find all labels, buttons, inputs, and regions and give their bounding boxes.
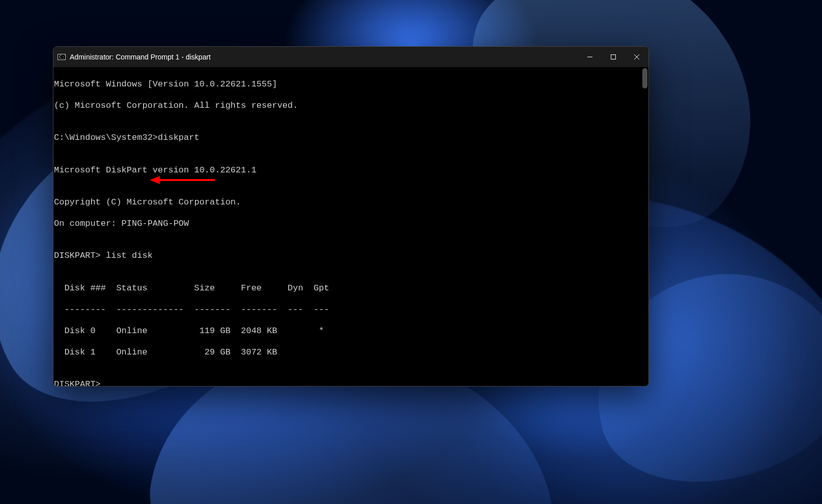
window-title: Administrator: Command Prompt 1 - diskpa… <box>70 53 211 61</box>
close-button[interactable] <box>625 47 648 67</box>
terminal-output[interactable]: Microsoft Windows [Version 10.0.22621.15… <box>53 67 648 386</box>
svg-text:C:\: C:\ <box>59 54 66 60</box>
terminal-line: DISKPART> list disk <box>54 250 648 261</box>
maximize-button[interactable] <box>602 47 625 67</box>
cmd-icon: C:\ <box>58 53 66 61</box>
minimize-button[interactable] <box>578 47 602 67</box>
terminal-line: C:\Windows\System32>diskpart <box>54 132 648 143</box>
terminal-line: Microsoft Windows [Version 10.0.22621.15… <box>54 79 648 90</box>
scrollbar-thumb[interactable] <box>642 68 647 88</box>
terminal-line: -------- ------------- ------- ------- -… <box>54 304 648 315</box>
terminal-line: Copyright (C) Microsoft Corporation. <box>54 197 648 207</box>
command-prompt-window: C:\ Administrator: Command Prompt 1 - di… <box>53 46 649 387</box>
terminal-line: On computer: PING-PANG-POW <box>54 218 648 229</box>
terminal-line: Microsoft DiskPart version 10.0.22621.1 <box>54 165 648 175</box>
terminal-line: Disk ### Status Size Free Dyn Gpt <box>54 283 648 293</box>
terminal-line: DISKPART> <box>54 379 648 386</box>
terminal-line: Disk 0 Online 119 GB 2048 KB * <box>54 325 648 336</box>
window-titlebar[interactable]: C:\ Administrator: Command Prompt 1 - di… <box>53 47 648 67</box>
svg-rect-3 <box>611 55 616 60</box>
terminal-line: (c) Microsoft Corporation. All rights re… <box>54 100 648 111</box>
window-controls <box>578 47 648 67</box>
terminal-line: Disk 1 Online 29 GB 3072 KB <box>54 347 648 358</box>
